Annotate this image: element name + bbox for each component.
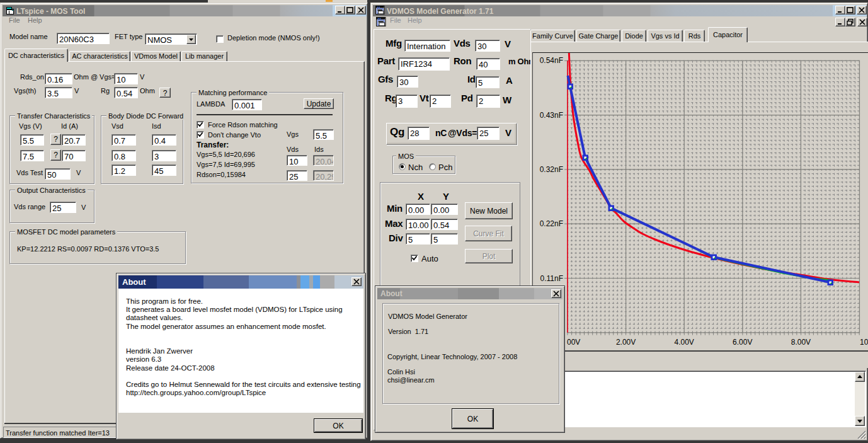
svg-text:00V: 00V (567, 338, 580, 347)
svg-text:10.00: 10.00 (860, 338, 868, 347)
svg-text:0.22nF: 0.22nF (540, 219, 563, 228)
svg-text:2.00V: 2.00V (616, 338, 636, 347)
svg-text:4.00V: 4.00V (675, 338, 694, 347)
svg-text:0.43nF: 0.43nF (540, 111, 563, 120)
svg-text:6.00V: 6.00V (733, 338, 752, 347)
svg-text:8.00V: 8.00V (791, 338, 811, 347)
svg-text:0.11nF: 0.11nF (540, 274, 563, 283)
svg-text:0.32nF: 0.32nF (540, 165, 563, 174)
svg-text:0.54nF: 0.54nF (540, 56, 563, 65)
